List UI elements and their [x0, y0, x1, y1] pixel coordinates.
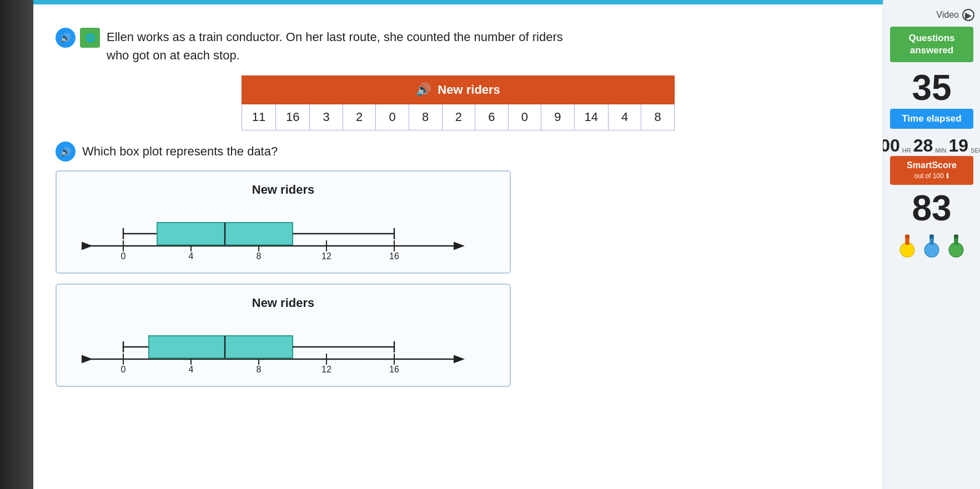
table-cell: 14 — [574, 104, 608, 130]
svg-text:8: 8 — [257, 365, 262, 374]
table-cell: 16 — [276, 104, 310, 130]
boxplot-2-container[interactable]: New riders 0 4 8 — [56, 284, 511, 387]
table-title: 🔊 New riders — [242, 76, 675, 104]
svg-rect-31 — [149, 336, 225, 358]
question-line1: Ellen works as a train conductor. On her… — [107, 30, 563, 44]
question-header: 🔊 🌐 Ellen works as a train conductor. On… — [56, 28, 861, 64]
svg-rect-14 — [225, 223, 293, 245]
medals-row — [897, 234, 966, 258]
table-cell: 2 — [442, 104, 475, 130]
table-cell: 0 — [376, 104, 409, 130]
sub-question-text: Which box plot represents the data? — [82, 144, 278, 159]
tablet-edge — [0, 0, 33, 489]
table-cell: 6 — [475, 104, 509, 130]
timer-display: 00 HR 28 MIN 19 SEC — [880, 135, 980, 156]
sub-audio-button[interactable]: 🔊 — [56, 142, 76, 162]
boxplot-2-svg: 0 4 8 12 16 — [73, 319, 493, 377]
timer-sec-label: SEC — [971, 147, 980, 154]
timer-min-label: MIN — [935, 147, 946, 154]
sidebar: Video ▶ Questions answered 35 Time elaps… — [883, 0, 980, 489]
top-bar — [33, 0, 883, 4]
svg-rect-32 — [225, 336, 293, 358]
audio-button[interactable]: 🔊 — [56, 28, 76, 48]
questions-count: 35 — [912, 70, 951, 105]
time-elapsed-label: Time elapsed — [902, 113, 961, 124]
gold-medal — [897, 234, 917, 258]
table-cell: 3 — [310, 104, 343, 130]
time-elapsed-box: Time elapsed — [890, 109, 973, 129]
table-cell: 8 — [641, 104, 675, 130]
question-line2: who got on at each stop. — [107, 48, 240, 62]
svg-point-36 — [900, 243, 914, 258]
table-cell: 8 — [409, 104, 442, 130]
smart-score-sub: out of 100 — [914, 172, 944, 180]
green-medal — [946, 234, 966, 258]
svg-text:0: 0 — [121, 251, 126, 261]
svg-point-42 — [949, 243, 963, 258]
boxplot-1-svg: 0 4 8 12 16 — [73, 206, 493, 264]
video-button[interactable]: Video ▶ — [936, 9, 974, 21]
question-text: Ellen works as a train conductor. On her… — [107, 28, 563, 64]
table-values-row: 1116320826091448 — [242, 104, 675, 130]
svg-text:0: 0 — [121, 365, 126, 374]
timer-hr: 00 — [880, 135, 900, 156]
play-icon: ▶ — [962, 9, 974, 21]
svg-rect-13 — [157, 223, 225, 245]
table-cell: 2 — [343, 104, 376, 130]
svg-text:16: 16 — [389, 365, 399, 374]
questions-answered-label: Questions answered — [908, 33, 954, 56]
boxplot-2-title: New riders — [73, 296, 493, 310]
timer-min: 28 — [913, 135, 933, 156]
smart-score-value: 83 — [912, 190, 951, 226]
timer-sec: 19 — [949, 135, 969, 156]
table-cell: 11 — [242, 104, 276, 130]
boxplot-1-container[interactable]: New riders — [56, 170, 511, 274]
smart-score-box: SmartScore out of 100 ℹ — [890, 156, 973, 185]
boxplot-1-title: New riders — [73, 183, 493, 197]
smart-score-label: SmartScore — [907, 160, 957, 170]
translate-button[interactable]: 🌐 — [80, 28, 100, 48]
svg-text:4: 4 — [189, 365, 194, 374]
timer-hr-label: HR — [902, 147, 911, 154]
video-label: Video — [936, 10, 959, 20]
data-table: 🔊 New riders 1116320826091448 — [242, 75, 675, 130]
table-cell: 0 — [508, 104, 541, 130]
sidebar-top: Video ▶ — [883, 6, 980, 27]
svg-point-39 — [924, 243, 939, 258]
table-cell: 4 — [608, 104, 641, 130]
table-cell: 9 — [541, 104, 575, 130]
svg-text:4: 4 — [189, 251, 194, 261]
svg-text:12: 12 — [321, 365, 331, 374]
blue-medal — [922, 234, 942, 258]
main-content: 🔊 🌐 Ellen works as a train conductor. On… — [33, 0, 883, 489]
sub-question: 🔊 Which box plot represents the data? — [56, 142, 861, 162]
svg-text:8: 8 — [257, 251, 262, 261]
svg-text:16: 16 — [389, 251, 399, 261]
questions-answered-box: Questions answered — [890, 27, 973, 62]
svg-text:12: 12 — [321, 251, 331, 261]
info-icon[interactable]: ℹ — [946, 172, 949, 180]
